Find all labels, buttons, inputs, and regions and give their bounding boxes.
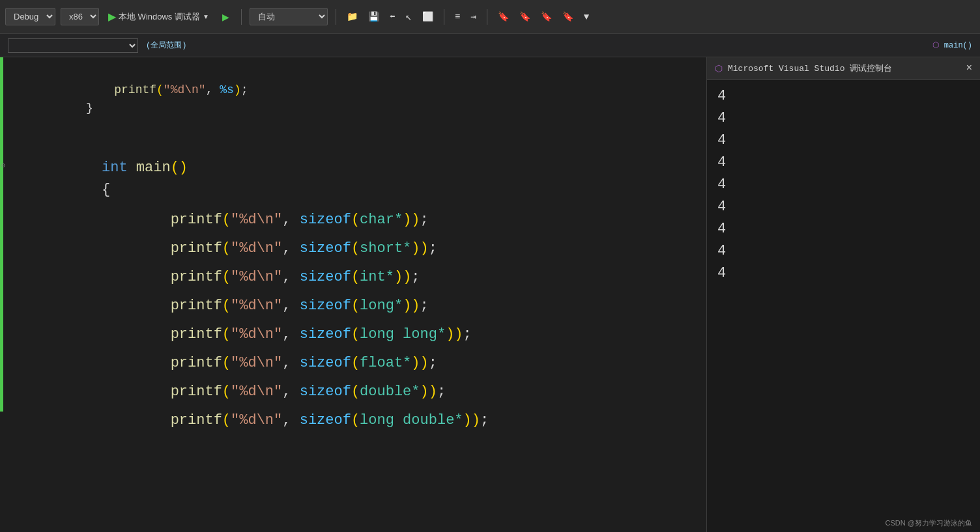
separator2: [336, 9, 336, 25]
code-line-3: [0, 99, 706, 117]
nav-bar: (全局范围) ⬡ main(): [0, 34, 980, 57]
code-line-1: printf("%d\n", %s);: [0, 63, 706, 81]
config-select[interactable]: Debug: [5, 8, 55, 25]
run-button[interactable]: ▶ 本地 Windows 调试器 ▼: [104, 8, 213, 25]
output-line-5: 4: [717, 174, 970, 196]
bookmark-icon[interactable]: 🔖: [495, 10, 512, 23]
scope-label: (全局范围): [146, 40, 186, 51]
code-area: printf("%d\n", %s); } ⊖: [0, 57, 706, 412]
align-icon[interactable]: ≡: [452, 10, 463, 23]
output-line-7: 4: [717, 218, 970, 240]
cursor-icon[interactable]: ↖: [403, 9, 414, 25]
output-line-4: 4: [717, 152, 970, 174]
save-icon[interactable]: 💾: [366, 10, 382, 23]
code-line-8: printf("%d\n", sizeof(int*));: [0, 234, 706, 263]
dropdown-arrow: ▼: [203, 13, 209, 20]
play2-icon: ▶: [222, 12, 229, 22]
debug-output: 4 4 4 4 4 4 4 4 4: [707, 80, 980, 514]
nav-right: ⬡ main(): [932, 40, 972, 50]
play-icon: ▶: [108, 10, 116, 23]
debug-panel-header: ⬡ Microsoft Visual Studio 调试控制台 ×: [707, 57, 980, 80]
func-label: main(): [944, 41, 972, 50]
code-line-9: printf("%d\n", sizeof(long*));: [0, 263, 706, 292]
code-line-12: printf("%d\n", sizeof(double*));: [0, 349, 706, 378]
toolbar: Debug x86 ▶ 本地 Windows 调试器 ▼ ▶ 自动 📁 💾 ⬅ …: [0, 0, 980, 34]
output-line-6: 4: [717, 196, 970, 218]
code-line-4: ⊖ int main(): [0, 117, 706, 151]
debug-panel: ⬡ Microsoft Visual Studio 调试控制台 × 4 4 4 …: [706, 57, 980, 532]
file-nav-select[interactable]: [8, 38, 138, 53]
debug-panel-close-button[interactable]: ×: [966, 63, 972, 74]
output-line-1: 4: [717, 85, 970, 107]
func-icon: ⬡: [932, 40, 939, 50]
separator4: [487, 9, 487, 25]
debug-panel-icon: ⬡: [715, 63, 723, 74]
run2-button[interactable]: ▶: [218, 9, 233, 25]
bookmark3-icon[interactable]: 🔖: [538, 10, 555, 23]
line-content-13: printf("%d\n", sizeof(long double*));: [10, 378, 489, 464]
code-line-13: printf("%d\n", sizeof(long double*));: [0, 378, 706, 406]
code-line-5: {: [0, 151, 706, 177]
line-content-3: [10, 99, 23, 117]
debug-footer: CSDN @努力学习游泳的鱼: [707, 514, 980, 532]
code-editor[interactable]: printf("%d\n", %s); } ⊖: [0, 57, 706, 532]
code-line-10: printf("%d\n", sizeof(long long*));: [0, 292, 706, 320]
separator3: [444, 9, 444, 25]
debug-panel-title: Microsoft Visual Studio 调试控制台: [728, 63, 892, 74]
main-content: printf("%d\n", %s); } ⊖: [0, 57, 980, 532]
code-line-7: printf("%d\n", sizeof(short*));: [0, 206, 706, 234]
nav-back-icon[interactable]: ⬅: [387, 10, 397, 23]
folder-icon[interactable]: 📁: [344, 10, 360, 23]
auto-select[interactable]: 自动: [250, 8, 328, 25]
bookmark2-icon[interactable]: 🔖: [517, 10, 533, 23]
indent-icon[interactable]: ⇥: [468, 10, 478, 23]
step-icon[interactable]: ⬜: [420, 10, 436, 23]
platform-select[interactable]: x86: [61, 8, 99, 25]
more-icon[interactable]: ▼: [581, 10, 592, 23]
code-line-2: }: [0, 81, 706, 99]
output-line-3: 4: [717, 130, 970, 152]
run-label: 本地 Windows 调试器: [119, 11, 200, 23]
footer-text: CSDN @努力学习游泳的鱼: [886, 519, 972, 527]
output-line-8: 4: [717, 240, 970, 262]
code-line-6: printf("%d\n", sizeof(char*));: [0, 177, 706, 206]
output-line-9: 4: [717, 262, 970, 285]
output-line-2: 4: [717, 107, 970, 130]
separator1: [241, 9, 242, 25]
code-line-11: printf("%d\n", sizeof(float*));: [0, 320, 706, 349]
bookmark4-icon[interactable]: 🔖: [560, 10, 576, 23]
